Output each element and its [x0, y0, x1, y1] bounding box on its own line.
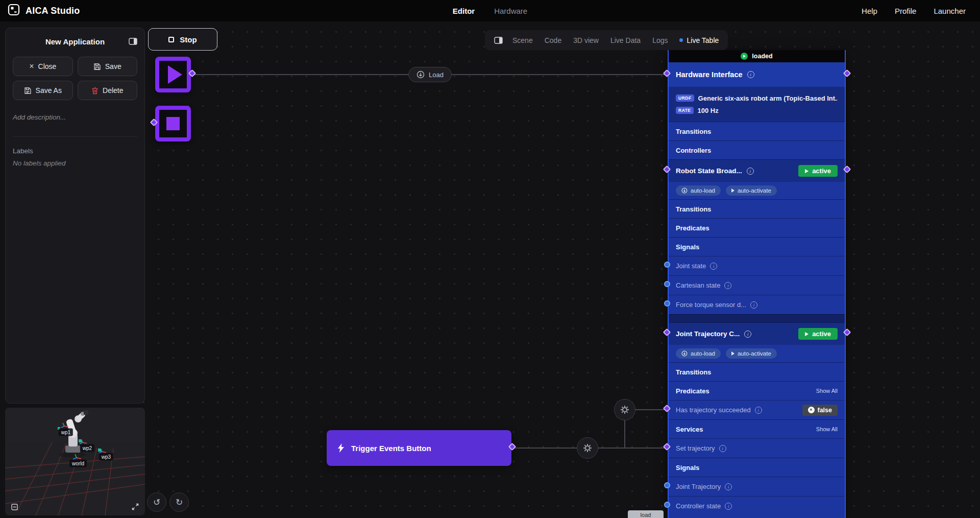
stop-icon: [168, 37, 174, 42]
auto-load-toggle[interactable]: auto-load: [676, 185, 721, 196]
loaded-status-icon: [741, 53, 748, 60]
active-status-badge[interactable]: active: [798, 165, 838, 177]
view-toolbar: Scene Code 3D view Live Data Logs Live T…: [485, 30, 728, 50]
load-label: Load: [429, 71, 444, 79]
edge-settings-gear[interactable]: [614, 399, 635, 420]
play-icon: [805, 332, 808, 336]
stop-run-button[interactable]: Stop: [148, 28, 217, 51]
section-signals[interactable]: Signals: [669, 237, 845, 256]
info-icon[interactable]: i: [755, 407, 762, 414]
trigger-events-button-node[interactable]: Trigger Events Button: [327, 430, 511, 466]
app-title: AICA Studio: [26, 6, 80, 16]
predicate-value: false: [818, 407, 832, 414]
signal-port-controller-state[interactable]: [664, 502, 670, 508]
info-icon[interactable]: i: [744, 331, 751, 338]
rate-badge: RATE: [676, 107, 694, 114]
signal-label: Force torque sensor d...: [676, 301, 746, 309]
info-icon[interactable]: i: [747, 71, 754, 78]
active-status-badge[interactable]: active: [798, 328, 838, 340]
hardware-interface-node[interactable]: loaded Hardware Interface i URDF Generic…: [668, 50, 846, 518]
urdf-line: URDF Generic six-axis robot arm (Topic-B…: [676, 95, 838, 102]
info-icon[interactable]: i: [750, 301, 757, 309]
view-tab-live-table[interactable]: Live Table: [679, 36, 719, 44]
start-node-face: [159, 61, 187, 88]
delete-button[interactable]: Delete: [78, 81, 138, 100]
show-all-link[interactable]: Show All: [816, 388, 838, 394]
controller-header-joint-trajectory[interactable]: Joint Trajectory C... i active: [669, 322, 845, 345]
signal-port-joint-trajectory[interactable]: [664, 482, 670, 488]
tab-hardware[interactable]: Hardware: [494, 7, 527, 15]
robot-3d-preview[interactable]: wp1 wp2 wp3 world: [5, 408, 145, 515]
save-button[interactable]: Save: [78, 57, 138, 76]
viewport-expand-icon[interactable]: [132, 503, 139, 510]
waypoint-label: wp2: [80, 444, 94, 452]
predicate-row-has-trajectory-succeeded: Has trajectory succeeded i × false: [669, 400, 845, 419]
panel-toggle-icon[interactable]: [494, 37, 503, 44]
urdf-badge: URDF: [676, 95, 694, 102]
info-icon[interactable]: i: [710, 263, 717, 270]
node-meta: URDF Generic six-axis robot arm (Topic-B…: [669, 87, 845, 122]
redo-button[interactable]: ↻: [169, 492, 189, 512]
info-icon[interactable]: i: [747, 168, 754, 175]
sidebar-collapse-icon[interactable]: [129, 38, 137, 45]
info-icon[interactable]: i: [725, 483, 732, 490]
section-predicates[interactable]: Predicates Show All: [669, 381, 845, 400]
view-tab-3d-view[interactable]: 3D view: [573, 36, 599, 44]
description-field[interactable]: Add description...: [13, 113, 137, 137]
help-link[interactable]: Help: [862, 7, 877, 15]
stop-button-label: Stop: [180, 35, 197, 44]
edge-settings-gear[interactable]: [577, 437, 598, 459]
start-event-node[interactable]: [155, 57, 191, 92]
launcher-link[interactable]: Launcher: [934, 7, 966, 15]
cross-icon: ×: [808, 407, 815, 413]
show-all-link[interactable]: Show All: [816, 426, 838, 432]
section-label: Services: [676, 426, 703, 433]
edge-load-label[interactable]: Load: [408, 67, 452, 82]
profile-link[interactable]: Profile: [895, 7, 917, 15]
signal-port-cartesian-state[interactable]: [664, 281, 670, 287]
signal-row-joint-state: Joint state i: [669, 256, 845, 275]
save-as-label: Save As: [36, 86, 62, 95]
section-controllers[interactable]: Controllers: [669, 140, 845, 159]
auto-load-toggle[interactable]: auto-load: [676, 348, 721, 359]
lightning-icon: [337, 443, 345, 453]
auto-load-label: auto-load: [691, 187, 715, 194]
section-transitions[interactable]: Transitions: [669, 122, 845, 140]
section-transitions[interactable]: Transitions: [669, 362, 845, 381]
signal-port-force-torque[interactable]: [664, 300, 670, 307]
predicate-label: Has trajectory succeeded: [676, 406, 751, 414]
signal-port-joint-state[interactable]: [664, 262, 670, 268]
controller-header-robot-state[interactable]: Robot State Broad... i active: [669, 159, 845, 182]
tab-editor[interactable]: Editor: [453, 7, 475, 15]
viewport-collapse-icon[interactable]: [11, 504, 18, 510]
view-tab-scene[interactable]: Scene: [512, 36, 533, 44]
section-services[interactable]: Services Show All: [669, 419, 845, 438]
controller-options-row: auto-load auto-activate: [669, 345, 845, 362]
undo-button[interactable]: ↺: [147, 492, 166, 512]
play-icon: [731, 189, 734, 193]
info-icon[interactable]: i: [724, 282, 731, 289]
auto-activate-toggle[interactable]: auto-activate: [726, 348, 777, 359]
section-predicates[interactable]: Predicates: [669, 218, 845, 237]
close-button[interactable]: × Close: [13, 57, 73, 76]
node-title-row: Hardware Interface i: [669, 62, 845, 87]
signal-row-force-torque: Force torque sensor d... i: [669, 295, 845, 314]
view-tab-logs[interactable]: Logs: [652, 36, 668, 44]
node-title: Hardware Interface: [676, 70, 743, 79]
view-tab-code[interactable]: Code: [545, 36, 561, 44]
stop-event-node[interactable]: [155, 106, 191, 142]
save-as-button[interactable]: Save As: [13, 81, 73, 100]
active-status-text: active: [812, 167, 831, 175]
auto-activate-toggle[interactable]: auto-activate: [726, 185, 777, 196]
info-icon[interactable]: i: [719, 445, 726, 452]
section-transitions[interactable]: Transitions: [669, 199, 845, 218]
save-as-icon: [24, 87, 32, 95]
view-tab-live-data[interactable]: Live Data: [610, 36, 641, 44]
active-view-dot-icon: [679, 38, 683, 42]
editor-canvas[interactable]: Load Trigger Events Button: [0, 21, 980, 518]
info-icon[interactable]: i: [725, 503, 732, 510]
application-actions: × Close Save Save As: [6, 55, 144, 100]
close-icon: ×: [29, 62, 34, 70]
section-signals[interactable]: Signals: [669, 458, 845, 477]
topbar-links: Help Profile Launcher: [862, 7, 980, 15]
